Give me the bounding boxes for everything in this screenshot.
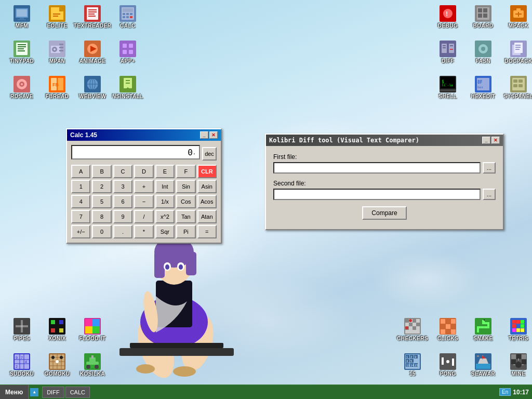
calc-btn-asin[interactable]: Asin bbox=[197, 180, 217, 193]
icon-app[interactable]: APP+ bbox=[111, 41, 144, 64]
calc-btn-sin[interactable]: Sin bbox=[176, 180, 195, 193]
calc-clr-button[interactable]: CLR bbox=[197, 165, 217, 178]
calc-btn-pi[interactable]: Pi bbox=[176, 225, 195, 238]
icon-mine[interactable]: MINE bbox=[502, 353, 532, 377]
taskbar-right: En 10:17 bbox=[496, 388, 532, 396]
icon-gomoku[interactable]: GOMOKU bbox=[41, 353, 74, 377]
icon-mfm[interactable]: MFM bbox=[5, 5, 38, 29]
taskbar-lang-indicator[interactable]: ▲ bbox=[30, 388, 38, 396]
calc-btn-sq[interactable]: x^2 bbox=[155, 210, 175, 223]
calc-btn-f[interactable]: F bbox=[176, 165, 195, 178]
diff-minimize-button[interactable]: _ bbox=[482, 137, 490, 144]
calc-close-button[interactable]: ✕ bbox=[209, 131, 218, 139]
calc-btn-sqr[interactable]: Sqr bbox=[155, 225, 175, 238]
calc-btn-posneg[interactable]: +/− bbox=[71, 225, 90, 238]
animage-label: ANIMAGE bbox=[79, 58, 106, 64]
diff-second-file-input[interactable] bbox=[273, 189, 481, 200]
diff-first-file-input[interactable] bbox=[273, 162, 481, 174]
calc-btn-minus[interactable]: − bbox=[134, 195, 153, 208]
calc-btn-c[interactable]: C bbox=[113, 165, 132, 178]
icon-xonix[interactable]: XONIX bbox=[41, 318, 74, 341]
calc-btn-1[interactable]: 1 bbox=[71, 180, 90, 193]
calc-btn-tan[interactable]: Tan bbox=[176, 210, 195, 223]
icon-snake[interactable]: SNAKE bbox=[467, 318, 500, 341]
diff-first-file-browse[interactable]: ... bbox=[483, 162, 496, 174]
calc-btn-int[interactable]: Int bbox=[155, 180, 175, 193]
icon-pipes[interactable]: PIPES bbox=[5, 318, 38, 341]
svg-rect-113 bbox=[23, 325, 28, 327]
calc-btn-inv[interactable]: 1/x bbox=[155, 195, 175, 208]
calc-btn-div[interactable]: / bbox=[134, 210, 153, 223]
svg-rect-72 bbox=[483, 14, 487, 18]
calc-btn-dot[interactable]: . bbox=[113, 225, 132, 238]
calc-btn-atan[interactable]: Atan bbox=[197, 210, 217, 223]
calc-btn-eq[interactable]: = bbox=[197, 225, 217, 238]
icon-kosilka[interactable]: KOSILKA bbox=[76, 353, 109, 377]
tinypad-label: TINYPAD bbox=[10, 58, 34, 64]
icon-animage[interactable]: ANIMAGE bbox=[76, 41, 109, 64]
calc-btn-2[interactable]: 2 bbox=[92, 180, 111, 193]
calc-btn-5[interactable]: 5 bbox=[92, 195, 111, 208]
calc-btn-6[interactable]: 6 bbox=[113, 195, 132, 208]
icon-tinypad[interactable]: TINYPAD bbox=[5, 41, 38, 64]
calc-btn-7[interactable]: 7 bbox=[71, 210, 90, 223]
calc-btn-d[interactable]: D bbox=[134, 165, 153, 178]
calc-btn-0[interactable]: 0 bbox=[92, 225, 111, 238]
icon-mpan[interactable]: MPAN bbox=[41, 41, 74, 64]
svg-text:2: 2 bbox=[16, 365, 18, 368]
calc-btn-acos[interactable]: Acos bbox=[197, 195, 217, 208]
icon-clicks[interactable]: CLICKS bbox=[431, 318, 464, 341]
icon-flood[interactable]: FLOOD-IT bbox=[76, 318, 109, 341]
icon-syspanel[interactable]: SYSPANEL bbox=[502, 76, 532, 99]
diff-second-file-browse[interactable]: ... bbox=[483, 189, 496, 200]
calc-btn-a[interactable]: A bbox=[71, 165, 90, 178]
taskbar-item-diff[interactable]: DIFF bbox=[42, 387, 64, 398]
diff-close-button[interactable]: ✕ bbox=[491, 137, 500, 144]
taskbar-item-calc[interactable]: CALC bbox=[65, 387, 90, 398]
icon-webview[interactable]: WEBVIEW bbox=[76, 76, 109, 99]
calc-btn-mul[interactable]: * bbox=[134, 225, 153, 238]
debug-icon: ! bbox=[440, 5, 456, 22]
svg-rect-118 bbox=[51, 328, 55, 332]
icon-textreader[interactable]: TEXTREADER bbox=[76, 5, 109, 29]
svg-rect-18 bbox=[123, 8, 133, 12]
gomoku-label: GOMOKU bbox=[44, 371, 70, 377]
calc-btn-plus[interactable]: + bbox=[134, 180, 153, 193]
icon-board[interactable]: BOARD bbox=[467, 5, 500, 29]
diff-titlebar[interactable]: Kolibri Diff tool (Visual Text Comparer)… bbox=[266, 135, 503, 146]
icon-checkers[interactable]: CHECKERS bbox=[396, 318, 429, 341]
svg-rect-167 bbox=[441, 324, 445, 329]
icon-debug[interactable]: ! DEBUG bbox=[431, 5, 464, 29]
sudoku-label: SUDOKU bbox=[10, 371, 34, 377]
icon-fbread[interactable]: FB FBREAD bbox=[41, 76, 74, 99]
icon-mpack[interactable]: MPACK bbox=[502, 5, 532, 29]
icon-docpack[interactable]: DOCPACK bbox=[502, 41, 532, 64]
icon-diff[interactable]: DIFF bbox=[431, 41, 464, 64]
taskbar-menu-button[interactable]: Меню bbox=[0, 385, 29, 399]
calc-minimize-button[interactable]: _ bbox=[200, 131, 208, 139]
calc-btn-b[interactable]: B bbox=[92, 165, 111, 178]
icon-pong[interactable]: PONG bbox=[431, 353, 464, 377]
calc-btn-3[interactable]: 3 bbox=[113, 180, 132, 193]
icon-nsinstall[interactable]: NSINSTALL bbox=[111, 76, 144, 99]
calc-btn-9[interactable]: 9 bbox=[113, 210, 132, 223]
icon-15[interactable]: 1 2 3 4 5 13 14 15 15 bbox=[396, 353, 429, 377]
calc-btn-8[interactable]: 8 bbox=[92, 210, 111, 223]
icon-fasn[interactable]: FASN bbox=[467, 41, 500, 64]
calc-titlebar[interactable]: Calc 1.45 _ ✕ bbox=[67, 129, 221, 141]
taskbar-lang-flag[interactable]: En bbox=[499, 388, 511, 396]
icon-rdsave[interactable]: RDSAVE bbox=[5, 76, 38, 99]
icon-shell[interactable]: $_ ls -la SHELL bbox=[431, 76, 464, 99]
icon-sudoku[interactable]: 9 7 4 2 SUDOKU bbox=[5, 353, 38, 377]
icon-calc-desktop[interactable]: CALC bbox=[111, 5, 144, 29]
icon-tetris[interactable]: TETRIS bbox=[502, 318, 532, 341]
calc-btn-4[interactable]: 4 bbox=[71, 195, 90, 208]
calc-btn-cos[interactable]: Cos bbox=[176, 195, 195, 208]
diff-compare-button[interactable]: Compare bbox=[362, 206, 406, 220]
icon-hexedit[interactable]: 8F hex HEXEDIT bbox=[467, 76, 500, 99]
calc-dec-button[interactable]: dec bbox=[202, 147, 217, 161]
icon-seawar[interactable]: SEAWAR bbox=[467, 353, 500, 377]
icon-eolite[interactable]: EOLITE bbox=[41, 5, 74, 29]
calc-btn-e[interactable]: E bbox=[155, 165, 175, 178]
svg-rect-42 bbox=[123, 44, 127, 48]
